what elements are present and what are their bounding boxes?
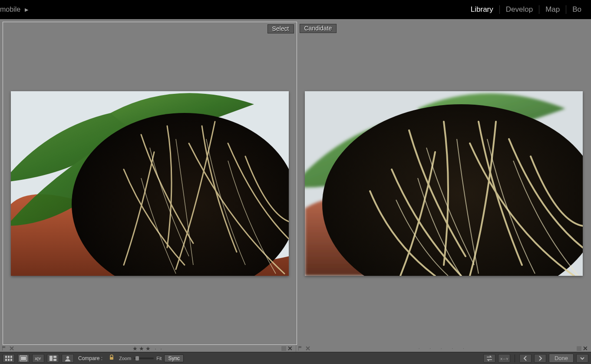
bottom-toolbar: X|Y Compare : Zoom Fit Sync X↔Y Done xyxy=(0,352,591,364)
svg-rect-4 xyxy=(5,356,7,358)
candidate-pane[interactable]: Candidate xyxy=(297,22,591,345)
next-icon[interactable] xyxy=(534,354,546,363)
module-book[interactable]: Bo xyxy=(566,5,588,14)
grid-view-icon[interactable] xyxy=(3,354,15,363)
color-label[interactable] xyxy=(577,346,581,351)
candidate-rating[interactable]: · · · · · xyxy=(419,346,469,351)
select-badge: Select xyxy=(267,24,294,33)
module-picker: Library Develop Map Bo xyxy=(465,5,588,14)
svg-rect-13 xyxy=(50,356,53,361)
people-view-icon[interactable] xyxy=(62,354,74,363)
svg-rect-17 xyxy=(110,357,113,360)
svg-rect-8 xyxy=(8,359,10,361)
candidate-photo[interactable] xyxy=(305,91,583,276)
select-rating[interactable]: ★★★ · · xyxy=(132,345,163,352)
select-info: ★★★ · · ✕ xyxy=(0,345,296,352)
loupe-view-icon[interactable] xyxy=(17,354,30,363)
compare-view: Select xyxy=(0,19,591,345)
module-map[interactable]: Map xyxy=(539,5,566,14)
make-select-icon[interactable]: X↔Y xyxy=(498,354,510,363)
module-develop[interactable]: Develop xyxy=(499,5,539,14)
svg-rect-5 xyxy=(8,356,10,358)
candidate-remove-icon[interactable]: ✕ xyxy=(581,345,589,352)
svg-point-16 xyxy=(66,356,69,359)
done-button[interactable]: Done xyxy=(549,354,574,363)
svg-rect-15 xyxy=(53,359,56,361)
color-label[interactable] xyxy=(281,346,286,351)
flag-pick-icon[interactable] xyxy=(296,346,304,351)
module-library[interactable]: Library xyxy=(465,5,499,14)
candidate-info: · · · · · ✕ xyxy=(296,345,591,352)
svg-text:X↔Y: X↔Y xyxy=(500,357,508,361)
divider xyxy=(515,354,515,362)
zoom-label: Zoom xyxy=(119,356,131,361)
chevron-right-icon: ▶ xyxy=(25,7,28,13)
sync-button[interactable]: Sync xyxy=(164,354,184,362)
compare-label: Compare : xyxy=(76,355,104,361)
svg-text:X|Y: X|Y xyxy=(35,357,41,361)
select-remove-icon[interactable]: ✕ xyxy=(286,345,294,352)
compare-view-icon[interactable]: X|Y xyxy=(32,354,44,363)
info-strip: ★★★ · · ✕ · · · · · ✕ xyxy=(0,345,591,352)
top-module-bar: mobile ▶ Library Develop Map Bo xyxy=(0,0,591,19)
fit-label[interactable]: Fit xyxy=(156,356,162,361)
svg-rect-14 xyxy=(53,356,56,358)
svg-rect-7 xyxy=(5,359,7,361)
prev-icon[interactable] xyxy=(519,354,532,363)
flag-reject-icon[interactable] xyxy=(8,346,16,351)
identity-crumb[interactable]: mobile ▶ xyxy=(0,6,28,13)
lock-icon[interactable] xyxy=(107,354,116,362)
candidate-badge: Candidate xyxy=(300,24,337,33)
chevron-down-icon[interactable] xyxy=(576,354,588,363)
svg-rect-9 xyxy=(10,359,12,361)
zoom-slider[interactable] xyxy=(134,357,154,359)
crumb-label: mobile xyxy=(0,6,20,13)
svg-rect-6 xyxy=(10,356,12,358)
zoom-control: Zoom Fit xyxy=(119,356,162,361)
svg-rect-11 xyxy=(21,357,26,360)
flag-pick-icon[interactable] xyxy=(0,346,8,351)
swap-icon[interactable] xyxy=(483,354,495,363)
survey-view-icon[interactable] xyxy=(47,354,59,363)
select-pane[interactable]: Select xyxy=(3,22,297,345)
select-photo[interactable] xyxy=(11,91,289,276)
flag-reject-icon[interactable] xyxy=(304,346,312,351)
